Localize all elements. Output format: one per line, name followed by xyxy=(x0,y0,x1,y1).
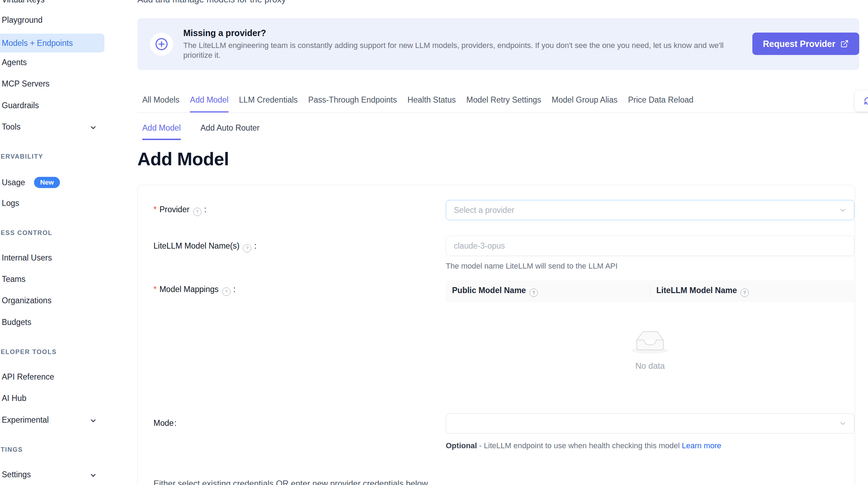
sidebar-item-api-reference[interactable]: API Reference xyxy=(2,372,54,382)
help-icon[interactable]: ? xyxy=(243,244,251,252)
column-divider xyxy=(650,285,650,297)
sidebar-section-developer-tools: ELOPER TOOLS xyxy=(1,348,57,356)
tab-price-data-reload[interactable]: Price Data Reload xyxy=(628,95,693,113)
model-mappings-table: Public Model Name? LiteLLM Model Name? xyxy=(446,280,854,302)
tab-add-model[interactable]: Add Model xyxy=(190,95,228,113)
sidebar-item-usage[interactable]: UsageNew xyxy=(2,177,60,188)
sidebar-section-observability: ERVABILITY xyxy=(1,153,43,160)
litellm-model-name-label: LiteLLM Model Name(s)?: xyxy=(153,241,257,252)
provider-label: *Provider?: xyxy=(153,205,206,216)
sidebar-item-logs[interactable]: Logs xyxy=(2,199,19,208)
sidebar-section-access-control: ESS CONTROL xyxy=(1,229,53,237)
tab-pass-through-endpoints[interactable]: Pass-Through Endpoints xyxy=(308,95,397,113)
sidebar-item-experimental[interactable]: Experimental xyxy=(2,415,100,425)
tab-model-group-alias[interactable]: Model Group Alias xyxy=(552,95,617,113)
sidebar-item-label: Models + Endpoints xyxy=(2,39,73,48)
tab-all-models[interactable]: All Models xyxy=(142,95,179,113)
sidebar-item-teams[interactable]: Teams xyxy=(2,275,26,284)
sidebar-item-mcp-servers[interactable]: MCP Servers xyxy=(2,79,49,89)
help-icon[interactable]: ? xyxy=(740,289,749,297)
litellm-model-name-help: The model name LiteLLM will send to the … xyxy=(446,262,617,271)
chevron-down-icon xyxy=(839,206,847,214)
required-mark: * xyxy=(153,285,157,294)
sidebar-item-ai-hub[interactable]: AI Hub xyxy=(2,394,26,403)
litellm-model-name-input[interactable] xyxy=(446,241,854,251)
banner-title: Missing a provider? xyxy=(183,28,266,38)
empty-state-text: No data xyxy=(446,361,854,371)
mode-select[interactable] xyxy=(446,413,854,434)
subtab-add-auto-router[interactable]: Add Auto Router xyxy=(200,123,260,140)
sidebar-item-guardrails[interactable]: Guardrails xyxy=(2,101,39,110)
sidebar-item-playground[interactable]: Playground xyxy=(2,15,42,25)
refresh-button[interactable] xyxy=(855,90,868,111)
sidebar-item-organizations[interactable]: Organizations xyxy=(2,296,52,305)
learn-more-link[interactable]: Learn more xyxy=(682,441,722,450)
litellm-admin-page: Virtual Keys Playground Models + Endpoin… xyxy=(0,0,868,485)
mode-label: Mode: xyxy=(153,418,177,428)
tab-model-retry-settings[interactable]: Model Retry Settings xyxy=(466,95,541,113)
refresh-icon xyxy=(863,96,868,106)
sidebar-item-internal-users[interactable]: Internal Users xyxy=(2,253,52,263)
external-link-icon xyxy=(840,40,849,48)
provider-select-input[interactable] xyxy=(446,206,839,215)
sidebar-item-settings[interactable]: Settings xyxy=(2,470,100,479)
model-mappings-label: *Model Mappings?: xyxy=(153,285,235,296)
litellm-model-name-field[interactable] xyxy=(446,236,854,256)
sidebar-section-settings: TINGS xyxy=(1,446,23,453)
models-tab-bar: All Models Add Model LLM Credentials Pas… xyxy=(142,95,693,113)
sidebar-item-models-endpoints[interactable]: Models + Endpoints xyxy=(0,34,104,53)
empty-state: No data xyxy=(446,327,854,371)
page-subtitle: Add and manage models for the proxy xyxy=(137,0,286,5)
credentials-note: Either select existing credentials OR en… xyxy=(153,479,428,485)
missing-provider-banner: Missing a provider? The LiteLLM engineer… xyxy=(137,18,859,70)
model-mappings-header: Public Model Name? LiteLLM Model Name? xyxy=(446,280,854,302)
page-title: Add Model xyxy=(137,148,229,169)
mode-help-text: Optional - LiteLLM endpoint to use when … xyxy=(446,438,730,453)
sidebar-item-agents[interactable]: Agents xyxy=(2,58,27,67)
request-provider-button[interactable]: Request Provider xyxy=(752,33,859,55)
tab-divider xyxy=(137,112,868,113)
required-mark: * xyxy=(153,205,157,214)
tab-health-status[interactable]: Health Status xyxy=(408,95,456,113)
chevron-down-icon xyxy=(89,416,98,427)
help-icon[interactable]: ? xyxy=(193,208,201,216)
plus-circle-icon xyxy=(150,33,173,56)
help-icon[interactable]: ? xyxy=(222,287,231,296)
add-model-subtab-bar: Add Model Add Auto Router xyxy=(142,123,260,140)
sidebar-item-tools[interactable]: Tools xyxy=(2,122,100,132)
provider-select[interactable] xyxy=(446,200,854,220)
column-litellm-model-name: LiteLLM Model Name? xyxy=(650,286,854,297)
help-icon[interactable]: ? xyxy=(529,289,538,297)
column-public-model-name: Public Model Name? xyxy=(446,286,650,297)
sidebar-item-virtual-keys[interactable]: Virtual Keys xyxy=(2,0,45,5)
chevron-down-icon xyxy=(89,123,98,134)
add-model-form-card: *Provider?: LiteLLM Model Name(s)?: The … xyxy=(137,185,855,485)
sidebar-item-budgets[interactable]: Budgets xyxy=(2,318,31,327)
chevron-down-icon xyxy=(839,419,847,428)
banner-description: The LiteLLM engineering team is constant… xyxy=(183,41,737,60)
mode-select-input[interactable] xyxy=(446,419,839,428)
subtab-add-model[interactable]: Add Model xyxy=(142,123,181,140)
empty-box-icon xyxy=(628,350,672,356)
new-badge: New xyxy=(34,177,60,188)
tab-llm-credentials[interactable]: LLM Credentials xyxy=(239,95,298,113)
chevron-down-icon xyxy=(89,471,98,482)
